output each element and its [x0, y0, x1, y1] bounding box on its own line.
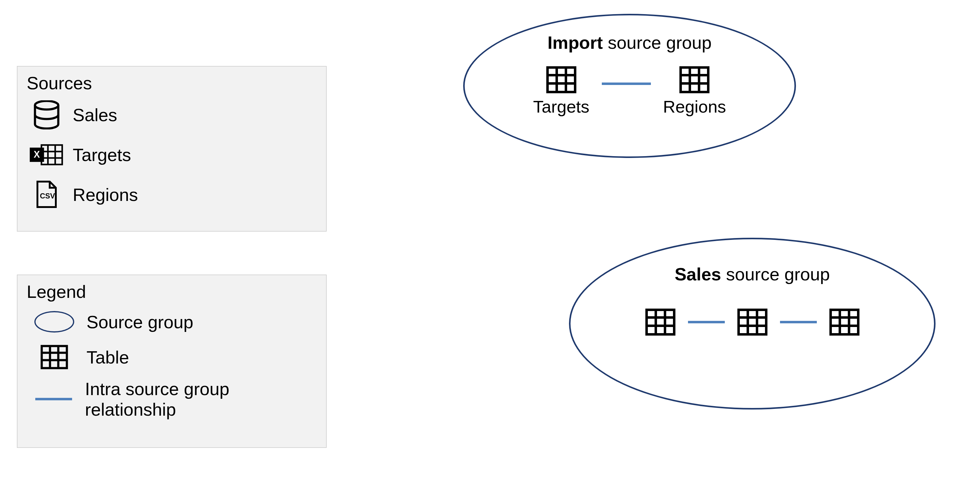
svg-rect-19 — [681, 67, 708, 92]
relationship-line — [688, 321, 725, 323]
sales-title-bold: Sales — [675, 264, 721, 284]
source-row-regions: CSV Regions — [27, 179, 317, 210]
svg-rect-24 — [647, 310, 674, 334]
legend-row-table: Table — [27, 343, 317, 371]
source-row-sales: Sales — [27, 99, 317, 130]
table-icon — [679, 66, 710, 94]
source-label-regions: Regions — [73, 184, 138, 205]
svg-text:CSV: CSV — [40, 192, 55, 200]
table-icon — [829, 308, 860, 336]
sales-source-group: Sales source group — [569, 238, 935, 410]
import-title-rest: source group — [603, 32, 712, 52]
database-icon — [30, 99, 64, 130]
line-icon — [33, 385, 74, 413]
import-table-regions: Regions — [663, 66, 726, 116]
source-row-targets: X Targets — [27, 139, 317, 170]
table-label-regions: Regions — [663, 97, 726, 116]
legend-row-relationship: Intra source group relationship — [27, 378, 317, 420]
legend-label-source-group: Source group — [86, 312, 193, 332]
sales-title-rest: source group — [721, 264, 830, 284]
import-group-title: Import source group — [465, 32, 794, 53]
svg-rect-1 — [41, 145, 62, 164]
legend-label-relationship: Intra source group relationship — [85, 378, 317, 420]
table-icon — [546, 66, 577, 94]
ellipse-icon — [33, 308, 76, 335]
source-label-targets: Targets — [73, 145, 131, 165]
import-title-bold: Import — [547, 32, 603, 52]
legend-title: Legend — [27, 281, 317, 302]
source-label-sales: Sales — [73, 105, 117, 125]
legend-panel: Legend Source group Table Intra source g… — [17, 275, 327, 448]
sources-panel: Sources Sales X Targets — [17, 66, 327, 232]
sales-group-title: Sales source group — [571, 264, 934, 285]
svg-rect-14 — [547, 67, 575, 92]
import-source-group: Import source group Targets — [463, 14, 796, 158]
legend-label-table: Table — [86, 347, 129, 367]
excel-icon: X — [30, 139, 64, 170]
relationship-line — [780, 321, 817, 323]
svg-rect-29 — [738, 310, 766, 334]
sources-title: Sources — [27, 73, 317, 93]
legend-row-source-group: Source group — [27, 308, 317, 335]
table-label-targets: Targets — [533, 97, 590, 116]
svg-rect-9 — [42, 346, 67, 368]
svg-rect-34 — [830, 310, 858, 334]
table-icon — [737, 308, 768, 336]
table-icon — [645, 308, 676, 336]
import-table-targets: Targets — [533, 66, 590, 116]
csv-icon: CSV — [30, 179, 64, 210]
svg-text:X: X — [34, 149, 40, 159]
table-icon — [33, 343, 76, 371]
relationship-line — [602, 83, 651, 85]
svg-point-0 — [35, 101, 58, 110]
